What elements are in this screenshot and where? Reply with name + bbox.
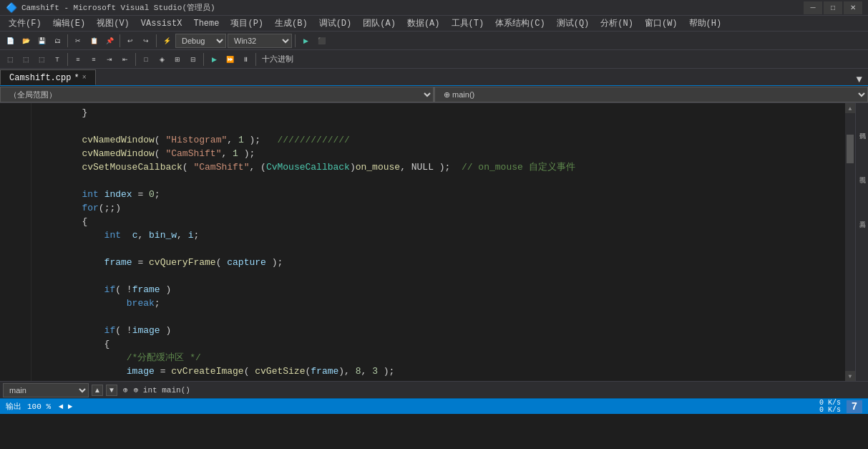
tab-overflow-btn[interactable]: ▼ — [851, 74, 868, 85]
window-controls: ─ □ ✕ — [804, 1, 862, 14]
menu-project[interactable]: 项目(P) — [225, 16, 269, 31]
editor-main: } cvNamedWindow( "Histogram", 1 ); /////… — [0, 103, 868, 381]
title-bar: 🔷 Camshift - Microsoft Visual Studio(管理员… — [0, 0, 868, 16]
bottom-bar: main ▲ ▼ ⊕ ⊕ int main() — [0, 381, 868, 398]
stop-btn[interactable]: ⬛ — [314, 34, 328, 48]
app-icon: 🔷 — [6, 2, 17, 14]
paste-btn[interactable]: 📌 — [102, 34, 117, 48]
side-icon-1[interactable]: 源代码 — [857, 106, 868, 149]
function-indicator-icon: ⊕ — [120, 385, 131, 395]
toolbar-1: 📄 📂 💾 🗂 ✂ 📋 📌 ↩ ↪ ⚡ Debug Release Win32 … — [0, 32, 868, 50]
sep7 — [203, 53, 204, 66]
scroll-thumb[interactable] — [847, 135, 854, 163]
sep4 — [295, 34, 296, 47]
side-icon-3[interactable]: 工具箱 — [857, 195, 868, 238]
sep1 — [67, 34, 68, 47]
sep3 — [156, 34, 157, 47]
sep5 — [67, 53, 68, 66]
status-right: 0 K/s 0 K/s 7 — [819, 400, 862, 414]
menu-tools[interactable]: 工具(T) — [446, 16, 490, 31]
save-all-btn[interactable]: 🗂 — [50, 34, 64, 48]
menu-file[interactable]: 文件(F) — [3, 16, 47, 31]
tb2-btn7[interactable]: □ — [139, 52, 153, 67]
tb2-btn1[interactable]: ⬚ — [3, 52, 17, 67]
tb2-btn5[interactable]: ≡ — [71, 52, 85, 67]
function-label: ⊕ int main() — [134, 385, 190, 395]
bottom-nav-down[interactable]: ▼ — [106, 385, 117, 396]
undo-btn[interactable]: ↩ — [123, 34, 137, 48]
open-btn[interactable]: 📂 — [19, 34, 33, 48]
hex-label: 十六进制 — [259, 54, 296, 64]
sep6 — [135, 53, 136, 66]
menu-team[interactable]: 团队(A) — [357, 16, 401, 31]
line-numbers — [0, 103, 31, 381]
function-dropdown[interactable]: ⊕ main() — [434, 87, 868, 102]
tb2-indent[interactable]: ⇥ — [102, 52, 117, 67]
scope-dropdown[interactable]: （全局范围） — [0, 87, 434, 102]
menu-test[interactable]: 测试(Q) — [551, 16, 595, 31]
tab-close-btn[interactable]: × — [82, 74, 87, 82]
tb2-btn4[interactable]: T — [50, 52, 64, 67]
maximize-button[interactable]: □ — [824, 1, 842, 14]
menu-arch[interactable]: 体系结构(C) — [489, 16, 551, 31]
redo-btn[interactable]: ↪ — [139, 34, 153, 48]
side-panel: 源代码 视图 工具箱 — [855, 103, 868, 381]
sep8 — [255, 53, 256, 66]
tb2-step[interactable]: ⏩ — [223, 52, 237, 67]
scroll-up-btn[interactable]: ▲ — [845, 103, 855, 113]
close-button[interactable]: ✕ — [844, 1, 862, 14]
net-speed-1: 0 K/s — [819, 400, 841, 407]
tb2-play[interactable]: ▶ — [207, 52, 221, 67]
menu-bar: 文件(F) 编辑(E) 视图(V) VAssistX Theme 项目(P) 生… — [0, 16, 868, 32]
toolbar-2: ⬚ ⬚ ⬚ T ≡ ≡ ⇥ ⇤ □ ◈ ⊞ ⊟ ▶ ⏩ ⏸ 十六进制 — [0, 50, 868, 69]
output-label: 输出 — [6, 401, 21, 412]
modified-indicator: * — [74, 73, 79, 83]
nav-bar: （全局范围） ⊕ main() — [0, 86, 868, 103]
tb2-pause[interactable]: ⏸ — [238, 52, 253, 67]
net-speed-2: 0 K/s — [819, 407, 841, 414]
menu-window[interactable]: 窗口(W) — [639, 16, 683, 31]
code-area[interactable]: } cvNamedWindow( "Histogram", 1 ); /////… — [31, 103, 845, 381]
tb2-btn2[interactable]: ⬚ — [19, 52, 33, 67]
new-file-btn[interactable]: 📄 — [3, 34, 17, 48]
scroll-down-btn[interactable]: ▼ — [845, 371, 855, 381]
scroll-track[interactable] — [845, 113, 855, 371]
copy-btn[interactable]: 📋 — [87, 34, 101, 48]
menu-theme[interactable]: Theme — [187, 17, 225, 30]
minimize-button[interactable]: ─ — [804, 1, 822, 14]
run-btn[interactable]: ▶ — [298, 34, 313, 48]
save-btn[interactable]: 💾 — [34, 34, 49, 48]
tab-bar: Camshift.cpp * × ▼ — [0, 69, 868, 86]
tb2-btn9[interactable]: ⊞ — [170, 52, 185, 67]
zoom-level: 100 % ◄ ► — [27, 402, 72, 411]
menu-build[interactable]: 生成(B) — [269, 16, 313, 31]
vertical-scrollbar[interactable]: ▲ ▼ — [845, 103, 855, 381]
side-icon-2[interactable]: 视图 — [857, 150, 868, 193]
status-bar: 输出 100 % ◄ ► 0 K/s 0 K/s 7 — [0, 398, 868, 414]
menu-edit[interactable]: 编辑(E) — [47, 16, 92, 31]
vs-logo: 7 — [847, 400, 862, 413]
menu-help[interactable]: 帮助(H) — [683, 16, 728, 31]
status-left: 输出 100 % ◄ ► — [6, 401, 72, 412]
tb2-btn3[interactable]: ⬚ — [34, 52, 49, 67]
bottom-scope-dropdown[interactable]: main — [3, 383, 89, 397]
tb2-btn8[interactable]: ◈ — [155, 52, 169, 67]
menu-data[interactable]: 数据(A) — [401, 16, 446, 31]
tb2-outdent[interactable]: ⇤ — [118, 52, 132, 67]
sep2 — [120, 34, 120, 47]
platform-dropdown[interactable]: Win32 x64 — [228, 34, 292, 48]
debug-mode-dropdown[interactable]: Debug Release — [175, 34, 226, 48]
build-btn[interactable]: ⚡ — [160, 34, 174, 48]
menu-analyze[interactable]: 分析(N) — [595, 16, 639, 31]
cut-btn[interactable]: ✂ — [71, 34, 85, 48]
zoom-arrow-right[interactable]: ► — [68, 402, 73, 411]
tb2-btn10[interactable]: ⊟ — [186, 52, 200, 67]
bottom-nav-up[interactable]: ▲ — [92, 385, 103, 396]
menu-debug[interactable]: 调试(D) — [313, 16, 358, 31]
tab-filename: Camshift.cpp — [9, 73, 71, 83]
tb2-btn6[interactable]: ≡ — [87, 52, 101, 67]
tab-camshift[interactable]: Camshift.cpp * × — [0, 69, 96, 85]
zoom-arrow-left[interactable]: ◄ — [59, 402, 64, 411]
menu-vassistx[interactable]: VAssistX — [135, 17, 188, 30]
menu-view[interactable]: 视图(V) — [91, 16, 135, 31]
